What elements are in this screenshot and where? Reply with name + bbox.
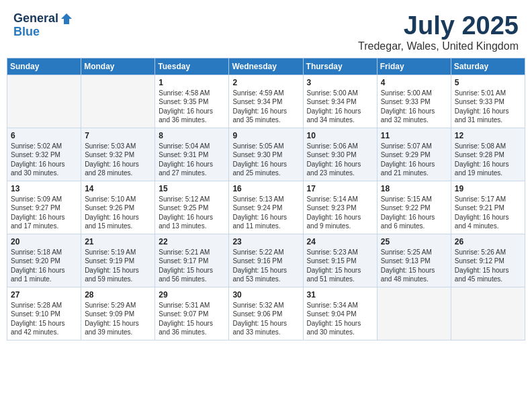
calendar-cell: 1Sunrise: 4:58 AM Sunset: 9:35 PM Daylig…: [155, 75, 229, 128]
day-info: Sunrise: 5:22 AM Sunset: 9:16 PM Dayligh…: [232, 248, 299, 284]
calendar-cell: 19Sunrise: 5:17 AM Sunset: 9:21 PM Dayli…: [451, 181, 525, 234]
day-number: 29: [159, 290, 225, 300]
logo-icon: [60, 12, 73, 26]
col-header-monday: Monday: [81, 58, 155, 75]
day-number: 30: [232, 290, 299, 300]
day-info: Sunrise: 5:02 AM Sunset: 9:32 PM Dayligh…: [11, 142, 77, 178]
title-block: July 2025 Tredegar, Wales, United Kingdo…: [358, 12, 519, 52]
calendar-cell: 6Sunrise: 5:02 AM Sunset: 9:32 PM Daylig…: [7, 128, 81, 181]
calendar-cell: 16Sunrise: 5:13 AM Sunset: 9:24 PM Dayli…: [229, 181, 303, 234]
day-number: 28: [85, 290, 151, 300]
calendar-cell: 2Sunrise: 4:59 AM Sunset: 9:34 PM Daylig…: [229, 75, 303, 128]
day-info: Sunrise: 4:58 AM Sunset: 9:35 PM Dayligh…: [159, 89, 225, 125]
calendar-cell: 27Sunrise: 5:28 AM Sunset: 9:10 PM Dayli…: [7, 287, 81, 340]
location-subtitle: Tredegar, Wales, United Kingdom: [358, 40, 519, 52]
calendar-cell: 4Sunrise: 5:00 AM Sunset: 9:33 PM Daylig…: [377, 75, 451, 128]
calendar-cell: 10Sunrise: 5:06 AM Sunset: 9:30 PM Dayli…: [303, 128, 377, 181]
logo-blue-text: Blue: [13, 26, 73, 39]
day-info: Sunrise: 5:31 AM Sunset: 9:07 PM Dayligh…: [159, 301, 225, 337]
day-number: 9: [232, 131, 299, 140]
day-number: 15: [159, 184, 225, 193]
calendar-cell: 17Sunrise: 5:14 AM Sunset: 9:23 PM Dayli…: [303, 181, 377, 234]
day-number: 3: [307, 78, 373, 87]
day-info: Sunrise: 5:00 AM Sunset: 9:34 PM Dayligh…: [307, 89, 373, 125]
calendar-cell: 25Sunrise: 5:25 AM Sunset: 9:13 PM Dayli…: [377, 234, 451, 287]
day-number: 31: [307, 290, 373, 300]
day-info: Sunrise: 5:09 AM Sunset: 9:27 PM Dayligh…: [11, 195, 77, 231]
calendar-cell: 29Sunrise: 5:31 AM Sunset: 9:07 PM Dayli…: [155, 287, 229, 340]
calendar-week-row: 1Sunrise: 4:58 AM Sunset: 9:35 PM Daylig…: [7, 75, 525, 128]
day-info: Sunrise: 5:17 AM Sunset: 9:21 PM Dayligh…: [455, 195, 521, 231]
calendar-cell: 24Sunrise: 5:23 AM Sunset: 9:15 PM Dayli…: [303, 234, 377, 287]
day-number: 5: [455, 78, 521, 87]
calendar-cell: 31Sunrise: 5:34 AM Sunset: 9:04 PM Dayli…: [303, 287, 377, 340]
svg-marker-0: [61, 13, 72, 24]
calendar-cell: 23Sunrise: 5:22 AM Sunset: 9:16 PM Dayli…: [229, 234, 303, 287]
day-info: Sunrise: 5:26 AM Sunset: 9:12 PM Dayligh…: [455, 248, 521, 284]
calendar-cell: 13Sunrise: 5:09 AM Sunset: 9:27 PM Dayli…: [7, 181, 81, 234]
col-header-saturday: Saturday: [451, 58, 525, 75]
day-number: 14: [85, 184, 151, 193]
page-header: General Blue July 2025 Tredegar, Wales, …: [7, 7, 525, 55]
calendar-cell: 15Sunrise: 5:12 AM Sunset: 9:25 PM Dayli…: [155, 181, 229, 234]
calendar-cell: 28Sunrise: 5:29 AM Sunset: 9:09 PM Dayli…: [81, 287, 155, 340]
day-number: 10: [307, 131, 373, 140]
day-number: 18: [381, 184, 447, 193]
logo-general-text: General: [13, 12, 58, 26]
day-number: 11: [381, 131, 447, 140]
calendar-cell: 11Sunrise: 5:07 AM Sunset: 9:29 PM Dayli…: [377, 128, 451, 181]
day-info: Sunrise: 5:13 AM Sunset: 9:24 PM Dayligh…: [232, 195, 299, 231]
day-number: 26: [455, 237, 521, 246]
col-header-tuesday: Tuesday: [155, 58, 229, 75]
calendar-cell: 8Sunrise: 5:04 AM Sunset: 9:31 PM Daylig…: [155, 128, 229, 181]
calendar-cell: 3Sunrise: 5:00 AM Sunset: 9:34 PM Daylig…: [303, 75, 377, 128]
day-number: 25: [381, 237, 447, 246]
logo: General Blue: [13, 12, 73, 39]
day-info: Sunrise: 5:04 AM Sunset: 9:31 PM Dayligh…: [159, 142, 225, 178]
day-number: 6: [11, 131, 77, 140]
day-info: Sunrise: 5:07 AM Sunset: 9:29 PM Dayligh…: [381, 142, 447, 178]
month-title: July 2025: [358, 12, 519, 40]
calendar-cell: 7Sunrise: 5:03 AM Sunset: 9:32 PM Daylig…: [81, 128, 155, 181]
calendar-cell: 12Sunrise: 5:08 AM Sunset: 9:28 PM Dayli…: [451, 128, 525, 181]
day-info: Sunrise: 5:21 AM Sunset: 9:17 PM Dayligh…: [159, 248, 225, 284]
day-number: 22: [159, 237, 225, 246]
day-info: Sunrise: 5:08 AM Sunset: 9:28 PM Dayligh…: [455, 142, 521, 178]
day-info: Sunrise: 5:34 AM Sunset: 9:04 PM Dayligh…: [307, 301, 373, 337]
day-info: Sunrise: 5:06 AM Sunset: 9:30 PM Dayligh…: [307, 142, 373, 178]
col-header-sunday: Sunday: [7, 58, 81, 75]
day-number: 16: [232, 184, 299, 193]
day-number: 21: [85, 237, 151, 246]
day-number: 4: [381, 78, 447, 87]
day-info: Sunrise: 5:12 AM Sunset: 9:25 PM Dayligh…: [159, 195, 225, 231]
calendar-cell: 9Sunrise: 5:05 AM Sunset: 9:30 PM Daylig…: [229, 128, 303, 181]
day-info: Sunrise: 4:59 AM Sunset: 9:34 PM Dayligh…: [232, 89, 299, 125]
day-number: 24: [307, 237, 373, 246]
day-info: Sunrise: 5:03 AM Sunset: 9:32 PM Dayligh…: [85, 142, 151, 178]
day-info: Sunrise: 5:19 AM Sunset: 9:19 PM Dayligh…: [85, 248, 151, 284]
day-info: Sunrise: 5:14 AM Sunset: 9:23 PM Dayligh…: [307, 195, 373, 231]
day-number: 23: [232, 237, 299, 246]
calendar-cell: [81, 75, 155, 128]
day-info: Sunrise: 5:28 AM Sunset: 9:10 PM Dayligh…: [11, 301, 77, 337]
day-number: 12: [455, 131, 521, 140]
calendar-week-row: 27Sunrise: 5:28 AM Sunset: 9:10 PM Dayli…: [7, 287, 525, 340]
day-number: 1: [159, 78, 225, 87]
calendar-cell: 30Sunrise: 5:32 AM Sunset: 9:06 PM Dayli…: [229, 287, 303, 340]
day-info: Sunrise: 5:05 AM Sunset: 9:30 PM Dayligh…: [232, 142, 299, 178]
day-info: Sunrise: 5:18 AM Sunset: 9:20 PM Dayligh…: [11, 248, 77, 284]
day-number: 20: [11, 237, 77, 246]
day-number: 13: [11, 184, 77, 193]
day-number: 7: [85, 131, 151, 140]
col-header-friday: Friday: [377, 58, 451, 75]
day-number: 8: [159, 131, 225, 140]
day-number: 17: [307, 184, 373, 193]
day-info: Sunrise: 5:01 AM Sunset: 9:33 PM Dayligh…: [455, 89, 521, 125]
calendar-cell: [377, 287, 451, 340]
day-info: Sunrise: 5:15 AM Sunset: 9:22 PM Dayligh…: [381, 195, 447, 231]
col-header-wednesday: Wednesday: [229, 58, 303, 75]
calendar-week-row: 20Sunrise: 5:18 AM Sunset: 9:20 PM Dayli…: [7, 234, 525, 287]
day-number: 27: [11, 290, 77, 300]
calendar-header-row: SundayMondayTuesdayWednesdayThursdayFrid…: [7, 58, 525, 75]
day-number: 19: [455, 184, 521, 193]
